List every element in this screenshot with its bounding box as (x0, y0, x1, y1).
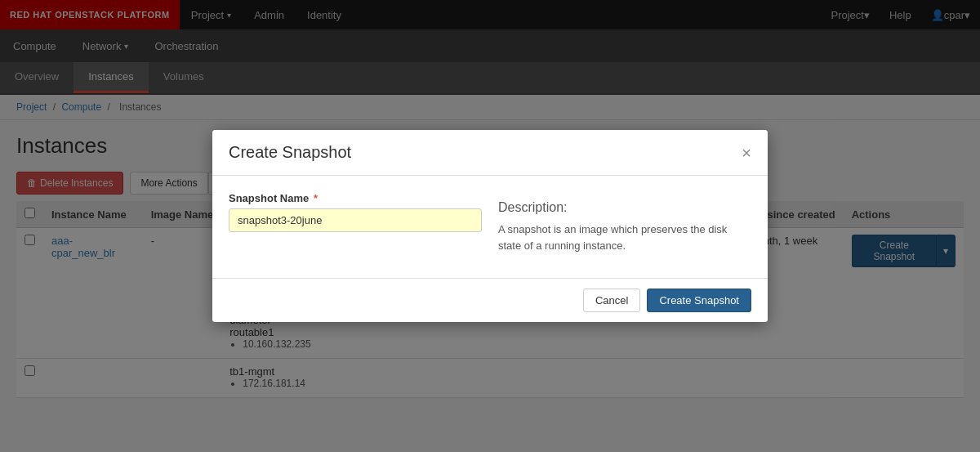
required-indicator: * (314, 192, 318, 204)
description-text: A snapshot is an image which preserves t… (498, 222, 751, 253)
modal-description: Description: A snapshot is an image whic… (498, 192, 751, 262)
modal-title: Create Snapshot (229, 143, 351, 162)
modal-close-button[interactable]: × (742, 145, 751, 161)
modal-body: Snapshot Name * Description: A snapshot … (212, 176, 768, 278)
modal-overlay: Create Snapshot × Snapshot Name * Descri… (0, 0, 980, 414)
snapshot-name-label: Snapshot Name * (229, 192, 482, 204)
modal-form: Snapshot Name * (229, 192, 482, 262)
snapshot-name-group: Snapshot Name * (229, 192, 482, 232)
create-snapshot-modal: Create Snapshot × Snapshot Name * Descri… (212, 130, 768, 322)
create-snapshot-button[interactable]: Create Snapshot (647, 289, 751, 312)
cancel-button[interactable]: Cancel (583, 289, 640, 312)
modal-header: Create Snapshot × (212, 130, 768, 176)
snapshot-name-input[interactable] (229, 208, 482, 232)
modal-footer: Cancel Create Snapshot (212, 278, 768, 322)
description-title: Description: (498, 200, 751, 215)
